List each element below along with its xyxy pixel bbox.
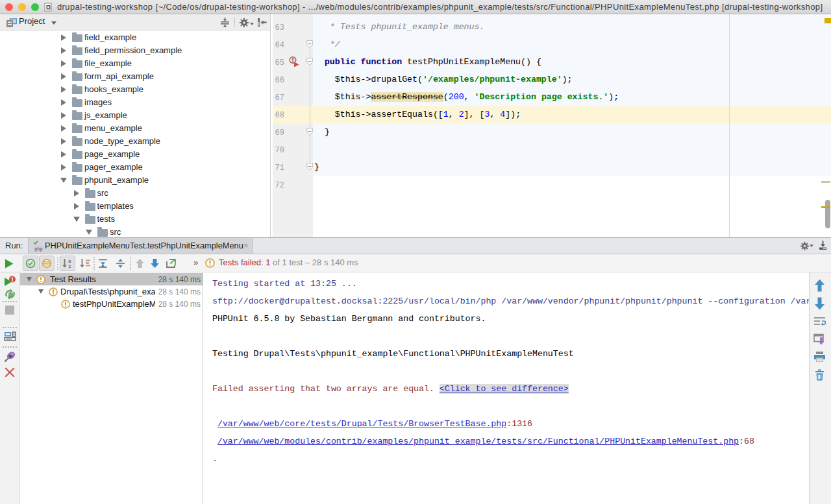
svg-text:php: php <box>35 246 43 252</box>
svg-text:z: z <box>68 263 71 269</box>
